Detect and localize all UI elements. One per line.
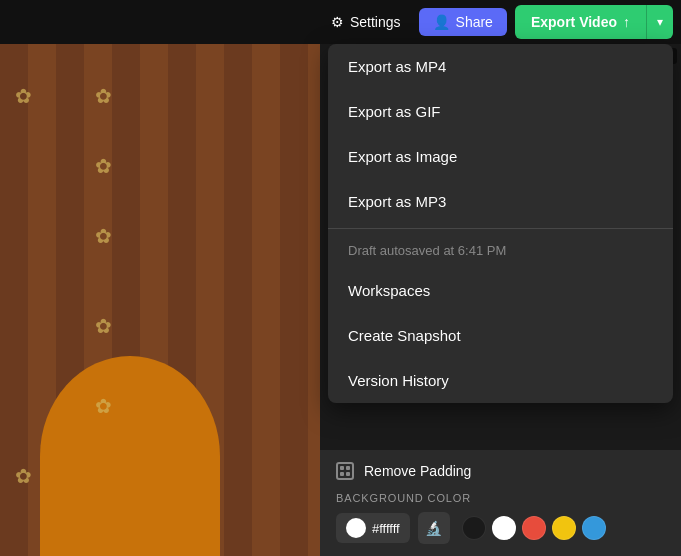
menu-item-version-history[interactable]: Version History bbox=[328, 358, 673, 403]
preset-color-red[interactable] bbox=[522, 516, 546, 540]
eyedropper-icon: 🔬 bbox=[425, 520, 442, 536]
preset-colors bbox=[462, 516, 606, 540]
remove-padding-checkbox[interactable] bbox=[336, 462, 354, 480]
checkbox-grid-icon bbox=[340, 466, 350, 476]
export-gif-label: Export as GIF bbox=[348, 103, 441, 120]
remove-padding-row: Remove Padding bbox=[336, 462, 665, 480]
gear-icon: ⚙ bbox=[331, 14, 344, 30]
create-snapshot-label: Create Snapshot bbox=[348, 327, 461, 344]
menu-item-export-gif[interactable]: Export as GIF bbox=[328, 89, 673, 134]
export-label: Export Video bbox=[531, 14, 617, 30]
canvas-blob bbox=[40, 356, 220, 556]
menu-item-export-mp4[interactable]: Export as MP4 bbox=[328, 44, 673, 89]
svg-rect-3 bbox=[346, 472, 350, 476]
fleur-6: ✿ bbox=[95, 394, 112, 418]
share-icon: 👤 bbox=[433, 14, 450, 30]
preset-color-yellow[interactable] bbox=[552, 516, 576, 540]
color-swatch-white[interactable]: #ffffff bbox=[336, 513, 410, 543]
fleur-2: ✿ bbox=[15, 84, 32, 108]
share-label: Share bbox=[456, 14, 493, 30]
fleur-4: ✿ bbox=[95, 224, 112, 248]
fleur-7: ✿ bbox=[15, 464, 32, 488]
preset-color-white[interactable] bbox=[492, 516, 516, 540]
settings-button[interactable]: ⚙ Settings bbox=[321, 8, 411, 36]
version-history-label: Version History bbox=[348, 372, 449, 389]
canvas-area: ✿ ✿ ✿ ✿ ✿ ✿ ✿ bbox=[0, 44, 320, 556]
menu-divider-1 bbox=[328, 228, 673, 229]
bottom-panel: Remove Padding BACKGROUND COLOR #ffffff … bbox=[320, 450, 681, 556]
export-video-button[interactable]: Export Video ↑ bbox=[515, 5, 646, 39]
menu-item-workspaces[interactable]: Workspaces bbox=[328, 268, 673, 313]
chevron-down-icon: ▾ bbox=[657, 15, 663, 29]
svg-rect-1 bbox=[346, 466, 350, 470]
bg-color-section-label: BACKGROUND COLOR bbox=[336, 492, 665, 504]
fleur-3: ✿ bbox=[95, 154, 112, 178]
export-mp3-label: Export as MP3 bbox=[348, 193, 446, 210]
preset-color-black[interactable] bbox=[462, 516, 486, 540]
remove-padding-label: Remove Padding bbox=[364, 463, 471, 479]
dropdown-menu: Export as MP4 Export as GIF Export as Im… bbox=[328, 44, 673, 403]
white-swatch-circle bbox=[346, 518, 366, 538]
svg-rect-0 bbox=[340, 466, 344, 470]
settings-label: Settings bbox=[350, 14, 401, 30]
export-image-label: Export as Image bbox=[348, 148, 457, 165]
menu-item-create-snapshot[interactable]: Create Snapshot bbox=[328, 313, 673, 358]
autosaved-text: Draft autosaved at 6:41 PM bbox=[328, 233, 673, 268]
menu-item-export-mp3[interactable]: Export as MP3 bbox=[328, 179, 673, 224]
svg-rect-2 bbox=[340, 472, 344, 476]
upload-icon: ↑ bbox=[623, 14, 630, 30]
share-button[interactable]: 👤 Share bbox=[419, 8, 507, 36]
workspaces-label: Workspaces bbox=[348, 282, 430, 299]
hex-value: #ffffff bbox=[372, 521, 400, 536]
fleur-5: ✿ bbox=[95, 314, 112, 338]
eyedropper-button[interactable]: 🔬 bbox=[418, 512, 450, 544]
top-bar: ⚙ Settings 👤 Share Export Video ↑ ▾ bbox=[0, 0, 681, 44]
menu-item-export-image[interactable]: Export as Image bbox=[328, 134, 673, 179]
export-dropdown-button[interactable]: ▾ bbox=[646, 5, 673, 39]
export-mp4-label: Export as MP4 bbox=[348, 58, 446, 75]
preset-color-blue[interactable] bbox=[582, 516, 606, 540]
color-row: #ffffff 🔬 bbox=[336, 512, 665, 544]
export-group: Export Video ↑ ▾ bbox=[515, 5, 673, 39]
right-panel: 80p Export as MP4 Export as GIF Export a… bbox=[320, 44, 681, 556]
fleur-1: ✿ bbox=[95, 84, 112, 108]
